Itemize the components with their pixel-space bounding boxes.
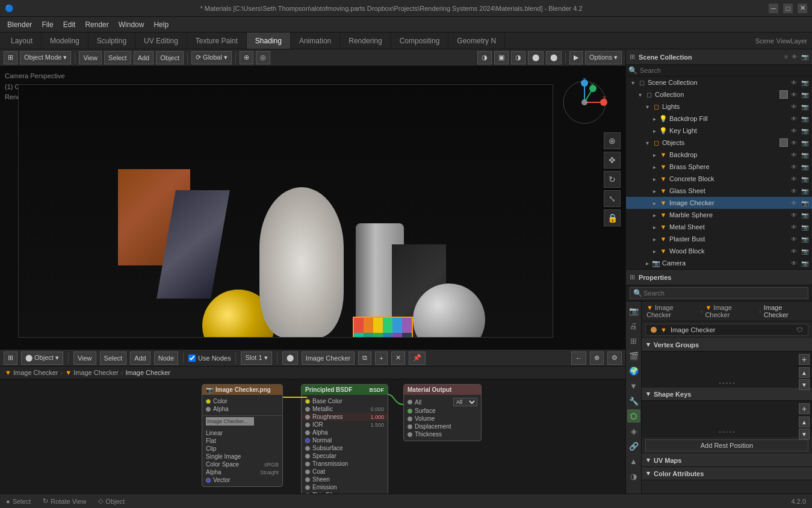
move-tool[interactable]: ✥	[604, 152, 621, 169]
cb-vis[interactable]: 👁	[789, 174, 799, 184]
viewport-display-mode[interactable]: ◑	[477, 51, 492, 64]
vertex-groups-toggle[interactable]: ▾ Vertex Groups	[642, 338, 812, 352]
material-output-node[interactable]: Material Output All All Surface	[403, 384, 482, 441]
gs-render[interactable]: 📷	[800, 186, 810, 196]
image-texture-node[interactable]: 📷 Image Checker.png Color Alpha Image Ch…	[202, 384, 283, 487]
menu-blender[interactable]: Blender	[2, 19, 37, 30]
viewport-gizmo[interactable]: X Y Z	[560, 78, 609, 126]
outliner-search-input[interactable]	[640, 67, 810, 74]
node-tools[interactable]: ⚙	[607, 352, 622, 365]
snap-button[interactable]: ⊕	[240, 51, 253, 64]
use-nodes-toggle[interactable]: Use Nodes	[188, 355, 231, 362]
proportional-edit-button[interactable]: ◎	[256, 51, 270, 64]
wb-render[interactable]: 📷	[800, 246, 810, 256]
physics-props-icon[interactable]: ◈	[627, 424, 640, 438]
gs-vis[interactable]: 👁	[789, 186, 799, 196]
tab-modeling[interactable]: Modeling	[42, 33, 88, 49]
pb-vis[interactable]: 👁	[789, 234, 799, 244]
node-object-mode[interactable]: ⬤ Object ▾	[21, 352, 63, 365]
tree-glass-sheet[interactable]: ▸ ▼ Glass Sheet 👁 📷	[626, 185, 812, 197]
node-pin[interactable]: 📌	[409, 352, 426, 365]
tab-rendering[interactable]: Rendering	[340, 33, 391, 49]
bf-vis[interactable]: 👁	[789, 114, 799, 123]
add-rest-position-button[interactable]: Add Rest Position	[645, 439, 808, 451]
tree-key-light[interactable]: ▸ 💡 Key Light 👁 📷	[626, 125, 812, 137]
tab-sculpting[interactable]: Sculpting	[88, 33, 135, 49]
menu-edit[interactable]: Edit	[58, 19, 81, 30]
tree-plaster-bust[interactable]: ▸ ▼ Plaster Bust 👁 📷	[626, 233, 812, 245]
tab-animation[interactable]: Animation	[291, 33, 340, 49]
objs-checkbox[interactable]	[779, 138, 788, 147]
bf-render[interactable]: 📷	[800, 114, 810, 123]
kl-render[interactable]: 📷	[800, 126, 810, 135]
object-props-icon[interactable]: ▼	[627, 379, 640, 392]
bkdrop-vis[interactable]: 👁	[789, 150, 799, 160]
view-layer-props-icon[interactable]: ⊞	[627, 334, 640, 347]
add-button[interactable]: Add	[134, 51, 154, 64]
bkdrop-render[interactable]: 📷	[800, 150, 810, 160]
modifier-props-icon[interactable]: 🔧	[627, 394, 640, 407]
sk-scroll-up[interactable]: ▲	[799, 417, 810, 427]
principled-bsdf-node[interactable]: Principled BSDF BSDF Base Color Metallic…	[301, 384, 388, 494]
node-editor-type[interactable]: ⊞	[4, 352, 17, 365]
bs-render[interactable]: 📷	[800, 162, 810, 172]
tree-lights[interactable]: ▾ ◻ Lights 👁 📷	[626, 101, 812, 113]
render-props-icon[interactable]: 📷	[627, 304, 640, 317]
scene-props-icon[interactable]: 🎬	[627, 349, 640, 362]
editor-type-button[interactable]: ⊞	[4, 51, 17, 64]
maximize-button[interactable]: □	[783, 4, 793, 13]
tree-wood-block[interactable]: ▸ ▼ Wood Block 👁 📷	[626, 245, 812, 257]
rotate-tool[interactable]: ↻	[604, 171, 621, 188]
world-props-icon[interactable]: 🌍	[627, 364, 640, 377]
vg-scroll-down[interactable]: ▼	[799, 379, 810, 390]
menu-help[interactable]: Help	[149, 19, 173, 30]
uv-maps-toggle[interactable]: ▾ UV Maps	[642, 454, 812, 467]
slot-selector[interactable]: Slot 1 ▾	[241, 352, 271, 365]
objs-vis[interactable]: 👁	[789, 138, 799, 147]
sc-vis[interactable]: 👁	[789, 78, 799, 87]
lock-icon[interactable]: 🔒	[604, 209, 621, 226]
tree-marble-sphere[interactable]: ▸ ▼ Marble Sphere 👁 📷	[626, 209, 812, 221]
object-mode-button[interactable]: Object Mode ▾	[20, 51, 71, 64]
close-button[interactable]: ✕	[798, 4, 807, 13]
tree-metal-sheet[interactable]: ▸ ▼ Metal Sheet 👁 📷	[626, 221, 812, 233]
options-button[interactable]: Options ▾	[585, 51, 622, 64]
lights-vis[interactable]: 👁	[789, 102, 799, 111]
node-canvas[interactable]: 📷 Image Checker.png Color Alpha Image Ch…	[0, 379, 625, 494]
viewport-shading-wire[interactable]: ▣	[494, 51, 509, 64]
met-vis[interactable]: 👁	[789, 222, 799, 232]
node-snapping[interactable]: ⊕	[590, 352, 604, 365]
vg-scroll-up[interactable]: ▲	[799, 367, 810, 378]
out-all-select[interactable]: All	[453, 398, 477, 406]
tree-brass-sphere[interactable]: ▸ ▼ Brass Sphere 👁 📷	[626, 161, 812, 173]
tree-image-checker[interactable]: ▸ ▼ Image Checker 👁 📷	[626, 197, 812, 209]
shape-keys-toggle[interactable]: ▾ Shape Keys	[642, 388, 812, 401]
tab-texture-paint[interactable]: Texture Paint	[187, 33, 247, 49]
ic-vis[interactable]: 👁	[789, 198, 799, 208]
cam-vis[interactable]: 👁	[789, 258, 799, 268]
menu-render[interactable]: Render	[80, 19, 113, 30]
viewport-shading-solid[interactable]: ◑	[511, 51, 525, 64]
tree-backdrop[interactable]: ▸ ▼ Backdrop 👁 📷	[626, 149, 812, 161]
node-add[interactable]: Add	[130, 352, 150, 365]
sk-add-button[interactable]: +	[799, 403, 810, 414]
node-select[interactable]: Select	[100, 352, 127, 365]
col-vis[interactable]: 👁	[789, 90, 799, 99]
data-props-icon[interactable]: ▲	[627, 454, 640, 468]
lights-render[interactable]: 📷	[800, 102, 810, 111]
node-copy-material[interactable]: ⧉	[358, 352, 371, 365]
tab-shading[interactable]: Shading	[247, 33, 291, 49]
sk-scroll-down[interactable]: ▼	[799, 429, 810, 439]
node-node[interactable]: Node	[154, 352, 178, 365]
particles-props-icon[interactable]: ⬡	[627, 409, 640, 423]
menu-file[interactable]: File	[37, 19, 58, 30]
objs-render[interactable]: 📷	[800, 138, 810, 147]
scale-tool[interactable]: ⤡	[604, 190, 621, 207]
ms-vis[interactable]: 👁	[789, 210, 799, 220]
transform-button[interactable]: ⟳ Global ▾	[191, 51, 232, 64]
tree-scene-collection[interactable]: ▾ ◻ Scene Collection 👁 📷	[626, 76, 812, 88]
sc-render[interactable]: 📷	[800, 78, 810, 87]
tab-uv-editing[interactable]: UV Editing	[135, 33, 187, 49]
vg-add-button[interactable]: +	[799, 354, 810, 365]
kl-vis[interactable]: 👁	[789, 126, 799, 135]
